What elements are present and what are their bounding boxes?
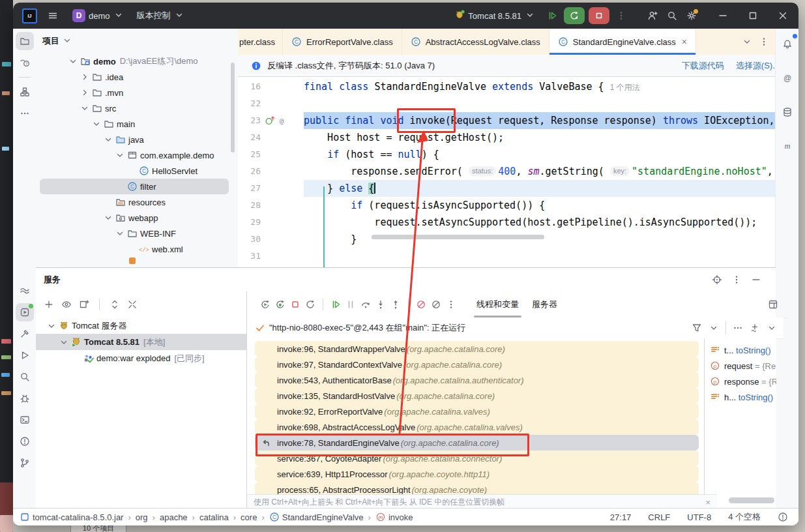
rerun-debug-button[interactable] [564,7,585,24]
stack-frame-row[interactable]: invoke:78, StandardEngineValve (org.apac… [255,435,699,451]
view-breakpoints-icon[interactable] [416,299,426,310]
project-tree-item[interactable]: webapp [36,210,238,226]
stack-frame-row[interactable]: service:639, Http11Processor (org.apache… [255,466,699,482]
project-tree-item[interactable]: resources [36,194,238,210]
editor-tab[interactable]: CErrorReportValve.class [283,29,402,55]
collapse-all-icon[interactable] [127,299,138,310]
eye-icon[interactable] [61,299,72,310]
download-sources-link[interactable]: 下载源代码 [682,60,724,72]
breadcrumb-item[interactable]: catalina [199,512,229,522]
project-tree-scrollbar[interactable] [231,63,235,153]
editor-horizontal-scrollbar[interactable] [372,235,544,239]
project-panel-header[interactable]: 项目 [36,29,238,53]
step-out-icon[interactable] [390,299,401,310]
chevron-down-icon[interactable] [709,323,719,333]
project-tree-item[interactable]: </>web.xml [36,241,238,257]
sidebar-item-terminal[interactable] [16,411,34,429]
project-tree-item[interactable]: .mvn [36,85,238,100]
stack-frame-row[interactable]: invoke:543, AuthenticatorBase (org.apach… [255,372,699,388]
inspections-widget-icon[interactable] [778,512,788,522]
project-tree-item[interactable]: java [36,132,238,147]
variable-row[interactable]: h... toString() [705,389,776,405]
stack-frame-row[interactable]: invoke:97, StandardContextValve (org.apa… [255,357,699,372]
services-tree-item[interactable]: Tomcat 服务器 [36,318,246,334]
breadcrumb-item[interactable]: tomcat-catalina-8.5.0.jar [20,512,123,522]
editor-tab[interactable]: pter.class [238,29,283,55]
sidebar-item-project-folder[interactable] [16,32,34,50]
breadcrumb-item[interactable]: core [241,512,257,522]
search-everywhere-button[interactable] [664,8,680,23]
status-item[interactable]: UTF-8 [687,512,711,522]
filter-threads-icon[interactable] [692,323,702,333]
step-into-icon[interactable] [375,299,386,310]
expand-all-icon[interactable] [110,299,120,310]
variables-more-icon[interactable] [733,323,743,333]
sidebar-item-structure[interactable] [16,83,34,101]
breadcrumb-item[interactable]: apache [160,512,188,522]
variable-row[interactable]: t... toString() [705,342,776,358]
window-maximize-button[interactable] [740,8,766,23]
breadcrumb-item[interactable]: minvoke [375,512,413,522]
resume-icon[interactable] [330,299,341,310]
rerun-debug-icon[interactable] [275,299,285,310]
layout-settings-icon[interactable] [768,299,789,310]
stop-icon[interactable] [290,299,300,310]
stack-frame-row[interactable]: invoke:698, AbstractAccessLogValve (org.… [255,419,699,435]
sidebar-item-find-search[interactable] [16,368,34,386]
main-menu-button[interactable] [42,8,63,23]
editor-options-button[interactable] [759,37,769,47]
project-tree-item[interactable]: Cfilter [40,179,229,194]
sidebar-item-notifications-bell[interactable] [778,35,797,53]
sidebar-item-commit-question[interactable]: ? [16,53,34,72]
project-tree-item[interactable]: CHelloServlet [36,163,238,179]
more-dots-v-icon[interactable] [731,274,742,285]
project-tree-item[interactable] [36,257,238,265]
sidebar-item-build-hammer[interactable] [16,325,34,343]
code-with-me-button[interactable] [645,8,660,23]
hint-close-icon[interactable]: × [705,497,710,507]
stack-frame-row[interactable]: service:367, CoyoteAdapter (org.apache.c… [255,451,699,466]
run-more-button[interactable] [613,8,629,23]
window-minimize-button[interactable] [710,8,736,23]
stack-frame-row[interactable]: invoke:92, ErrorReportValve (org.apache.… [255,404,699,419]
run-configuration-selector[interactable]: Tomcat 8.5.81 [449,7,540,25]
stack-frame-row[interactable]: invoke:135, StandardHostValve (org.apach… [255,388,699,404]
debug-resume-button[interactable] [544,8,560,23]
stack-frame-row[interactable]: invoke:96, StandardWrapperValve (org.apa… [255,341,699,357]
status-item[interactable]: 27:17 [610,512,632,522]
mute-breakpoints-icon[interactable] [431,299,441,310]
sidebar-item-problems[interactable] [16,432,34,451]
add-watch-icon[interactable] [750,323,760,333]
sidebar-item-run-play[interactable] [16,346,34,364]
project-tree-item[interactable]: demoD:\javaEE练习\demo [36,53,238,69]
debugger-tab[interactable]: 服务器 [525,291,564,318]
editor-tab[interactable]: CAbstractAccessLogValve.class [402,29,549,55]
chevron-down-icon[interactable] [767,323,777,333]
status-item[interactable]: CRLF [648,512,670,522]
settings-button[interactable] [684,8,699,23]
sidebar-item-services[interactable] [16,303,34,321]
breadcrumb-item[interactable]: org [136,512,148,522]
project-tree-item[interactable]: src [36,100,238,116]
vcs-menu-button[interactable]: 版本控制 [132,7,190,25]
variables-horizontal-scrollbar[interactable] [729,497,774,503]
sidebar-item-debug-bug[interactable] [16,389,34,407]
thread-status-row[interactable]: "http-nio-8080-exec-5"@2,443 在组"main": 正… [247,318,783,339]
open-new-tab-icon[interactable] [79,299,89,310]
choose-sources-link[interactable]: 选择源(S)... [736,60,780,72]
rerun-icon[interactable] [260,299,271,310]
sidebar-item-more-dots-h[interactable] [16,104,34,123]
sidebar-item-endpoints-wave[interactable] [16,282,34,300]
stop-button[interactable] [589,7,609,24]
window-close-button[interactable] [770,8,796,23]
editor-tab[interactable]: CStandardEngineValve.class× [549,29,696,55]
step-over-icon[interactable] [360,299,371,310]
hide-minus-icon[interactable] [751,274,761,285]
add-icon[interactable] [44,299,54,310]
variable-row[interactable]: prequest = {Re [705,358,776,374]
pause-icon[interactable] [345,299,356,310]
hidden-tabs-button[interactable] [742,37,752,47]
services-tree-item[interactable]: Tomcat 8.5.81[本地] [36,334,246,350]
status-item[interactable]: 4 个空格 [728,511,761,523]
sidebar-item-ai-assistant[interactable]: @ [778,69,797,87]
